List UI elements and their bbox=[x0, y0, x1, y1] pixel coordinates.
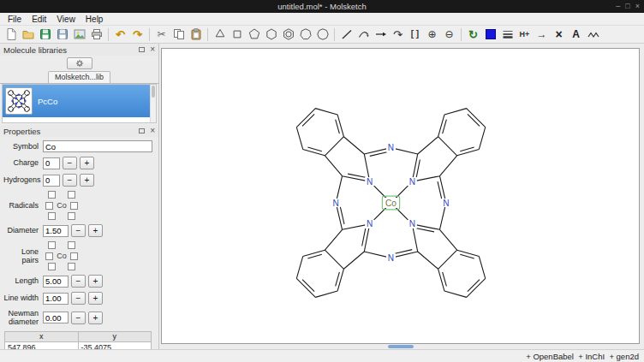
toolbar-export-image-button[interactable] bbox=[71, 27, 87, 43]
toolbar-add-hydrogen-button[interactable]: H+ bbox=[516, 27, 533, 43]
menu-file[interactable]: File bbox=[3, 14, 27, 25]
toolbar-separator bbox=[207, 28, 208, 41]
lone-pair-checkbox[interactable] bbox=[45, 252, 53, 260]
toolbar-copy-button[interactable] bbox=[170, 27, 187, 43]
libraries-dock-close-icon[interactable]: × bbox=[150, 45, 155, 54]
minimize-button[interactable]: – bbox=[616, 0, 620, 13]
toolbar-chain-tool-button[interactable] bbox=[585, 27, 601, 43]
toolbar-separator bbox=[334, 28, 335, 41]
length-decrease-button[interactable]: − bbox=[71, 275, 86, 288]
menu-edit[interactable]: Edit bbox=[27, 14, 51, 25]
toolbar-decrease-charge-button[interactable]: ⊖ bbox=[441, 27, 457, 43]
toolbar-cyclohexane-ring-button[interactable] bbox=[263, 27, 279, 43]
status-bar: + OpenBabel + InChI + gen2d bbox=[0, 349, 644, 362]
coord-y-cell[interactable]: -35.4075 bbox=[78, 341, 152, 349]
toolbar-text-tool-button[interactable]: A bbox=[568, 27, 584, 43]
properties-dock-float-icon[interactable] bbox=[139, 128, 145, 134]
toolbar-cut-button[interactable]: ✂ bbox=[153, 27, 170, 43]
radical-checkbox[interactable] bbox=[70, 202, 78, 210]
length-input[interactable] bbox=[43, 276, 69, 288]
newman-diameter-input[interactable] bbox=[43, 312, 69, 323]
toolbar-print-button[interactable] bbox=[88, 27, 104, 43]
library-scrollbar[interactable] bbox=[150, 85, 156, 122]
drawing-canvas[interactable]: NNNNNNNNCo bbox=[161, 48, 640, 344]
coord-column-y: y bbox=[78, 331, 152, 341]
library-item-pcco[interactable]: PcCo bbox=[3, 85, 150, 117]
diameter-increase-button[interactable]: + bbox=[88, 224, 103, 237]
toolbar-save-as-button[interactable] bbox=[54, 27, 70, 43]
charge-input[interactable] bbox=[43, 157, 60, 169]
radical-checkbox[interactable] bbox=[68, 212, 75, 220]
charge-label: Charge bbox=[3, 158, 43, 167]
canvas-scrollbar-handle[interactable] bbox=[388, 345, 414, 348]
diameter-label: Diameter bbox=[3, 226, 43, 234]
line-width-increase-button[interactable]: + bbox=[88, 292, 103, 305]
toolbar-cyclopentane-ring-button[interactable] bbox=[246, 27, 262, 43]
coordinates-table: x y 547.896 -35.4075 bbox=[4, 331, 152, 349]
maximize-button[interactable]: □ bbox=[625, 0, 629, 13]
properties-dock-close-icon[interactable]: × bbox=[150, 127, 155, 135]
lone-pair-checkbox[interactable] bbox=[68, 263, 75, 270]
library-item-label: PcCo bbox=[38, 97, 57, 106]
toolbar-mechanism-arrow-button[interactable] bbox=[355, 27, 372, 43]
lone-pairs-label: Lone pairs bbox=[3, 247, 43, 265]
radical-checkbox[interactable] bbox=[45, 202, 53, 210]
symbol-input[interactable] bbox=[43, 140, 152, 152]
toolbar-paste-button[interactable] bbox=[188, 27, 204, 43]
libraries-dock-title: Molecule libraries bbox=[3, 45, 67, 55]
toolbar-undo-button[interactable]: ↶ bbox=[112, 27, 128, 43]
radical-checkbox[interactable] bbox=[68, 191, 75, 199]
gear-icon bbox=[75, 58, 85, 68]
lone-pair-checkbox[interactable] bbox=[48, 263, 56, 270]
newman-increase-button[interactable]: + bbox=[88, 312, 103, 324]
toolbar-bracket-tool-button[interactable]: [ ] bbox=[407, 27, 423, 43]
toolbar-increase-charge-button[interactable]: ⊕ bbox=[424, 27, 440, 43]
toolbar-reaction-arrow-button[interactable] bbox=[373, 27, 389, 43]
radical-checkbox[interactable] bbox=[48, 212, 56, 220]
toolbar-line-width-selector-button[interactable] bbox=[499, 27, 516, 43]
line-width-decrease-button[interactable]: − bbox=[71, 292, 86, 305]
toolbar-redo-button[interactable]: ↷ bbox=[129, 27, 146, 43]
toolbar-curved-arrow-button[interactable]: ↷ bbox=[390, 27, 406, 43]
toolbar-draw-bond-button[interactable] bbox=[338, 27, 355, 43]
toolbar-new-file-button[interactable] bbox=[3, 27, 19, 43]
line-width-input[interactable] bbox=[43, 293, 69, 305]
hydrogens-increase-button[interactable]: + bbox=[80, 174, 94, 187]
library-scrollbar-handle[interactable] bbox=[152, 86, 155, 98]
toolbar-cyclopropane-ring-button[interactable] bbox=[212, 27, 228, 43]
libraries-dock-float-icon[interactable] bbox=[139, 47, 145, 52]
app-window: untitled.mol* - Molsketch – □ × File Edi… bbox=[0, 0, 644, 362]
lone-pair-checkbox[interactable] bbox=[68, 241, 75, 249]
toolbar-rotate-tool-button[interactable]: ↻ bbox=[465, 27, 481, 43]
menu-view[interactable]: View bbox=[51, 14, 80, 25]
toolbar-open-file-button[interactable] bbox=[20, 27, 36, 43]
toolbar-cyclobutane-ring-button[interactable] bbox=[229, 27, 245, 43]
toolbar-cycloheptane-ring-button[interactable] bbox=[297, 27, 313, 43]
hydrogens-input[interactable] bbox=[43, 175, 60, 187]
menu-help[interactable]: Help bbox=[80, 14, 109, 25]
properties-dock-title: Properties bbox=[3, 127, 40, 136]
toolbar-benzene-ring-button[interactable] bbox=[280, 27, 296, 43]
coord-x-cell[interactable]: 547.896 bbox=[5, 341, 79, 349]
lone-pair-checkbox[interactable] bbox=[70, 252, 78, 260]
library-settings-button[interactable] bbox=[67, 57, 92, 69]
lone-pairs-grid: Co bbox=[43, 241, 80, 270]
svg-text:N: N bbox=[333, 198, 339, 207]
toolbar-align-tool-button[interactable]: → bbox=[534, 27, 550, 43]
length-increase-button[interactable]: + bbox=[88, 275, 103, 288]
hydrogens-decrease-button[interactable]: − bbox=[63, 174, 77, 187]
lone-pair-checkbox[interactable] bbox=[48, 241, 56, 249]
toolbar-color-swatch-button[interactable] bbox=[482, 27, 498, 43]
close-button[interactable]: × bbox=[635, 0, 640, 13]
toolbar-cyclooctane-ring-button[interactable] bbox=[314, 27, 331, 43]
radical-checkbox[interactable] bbox=[48, 191, 56, 199]
library-tab[interactable]: Molsketch...lib bbox=[48, 71, 110, 83]
charge-increase-button[interactable]: + bbox=[80, 157, 94, 169]
svg-text:N: N bbox=[367, 219, 373, 228]
newman-decrease-button[interactable]: − bbox=[71, 312, 86, 324]
toolbar-save-button[interactable] bbox=[37, 27, 53, 43]
toolbar-delete-tool-button[interactable]: × bbox=[551, 27, 567, 43]
charge-decrease-button[interactable]: − bbox=[63, 157, 77, 169]
diameter-input[interactable] bbox=[43, 225, 69, 237]
diameter-decrease-button[interactable]: − bbox=[71, 224, 86, 237]
